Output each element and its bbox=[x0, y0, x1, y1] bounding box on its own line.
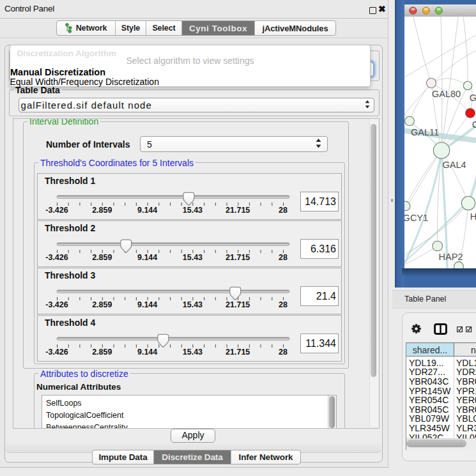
svg-text:GA: GA bbox=[470, 93, 476, 103]
svg-text:21.715: 21.715 bbox=[226, 300, 250, 309]
svg-text:28: 28 bbox=[279, 253, 288, 262]
svg-text:15.43: 15.43 bbox=[183, 206, 203, 215]
svg-text:GCY1: GCY1 bbox=[404, 213, 428, 223]
svg-text:GAL4: GAL4 bbox=[443, 160, 466, 170]
svg-text:-3.426: -3.426 bbox=[45, 300, 68, 309]
svg-text:9.144: 9.144 bbox=[137, 300, 157, 309]
svg-text:15.43: 15.43 bbox=[183, 348, 203, 357]
svg-text:-3.426: -3.426 bbox=[45, 206, 68, 215]
svg-text:H: H bbox=[470, 211, 476, 222]
svg-text:9.144: 9.144 bbox=[137, 206, 157, 215]
svg-text:2.859: 2.859 bbox=[92, 206, 112, 215]
svg-text:28: 28 bbox=[279, 206, 288, 215]
svg-text:C: C bbox=[472, 119, 476, 130]
svg-text:21.715: 21.715 bbox=[226, 253, 250, 262]
svg-text:9.144: 9.144 bbox=[137, 253, 157, 262]
svg-text:28: 28 bbox=[279, 348, 288, 357]
svg-text:15.43: 15.43 bbox=[183, 300, 203, 309]
svg-text:HAP2: HAP2 bbox=[439, 252, 463, 262]
svg-text:21.715: 21.715 bbox=[226, 206, 250, 215]
svg-text:9.144: 9.144 bbox=[137, 348, 157, 357]
svg-text:-3.426: -3.426 bbox=[45, 348, 68, 357]
svg-text:21.715: 21.715 bbox=[226, 348, 250, 357]
svg-text:2.859: 2.859 bbox=[92, 348, 112, 357]
svg-text:GAL11: GAL11 bbox=[411, 127, 439, 137]
svg-text:28: 28 bbox=[279, 300, 288, 309]
svg-text:2.859: 2.859 bbox=[92, 253, 112, 262]
svg-text:15.43: 15.43 bbox=[183, 253, 203, 262]
svg-text:2.859: 2.859 bbox=[92, 300, 112, 309]
svg-text:-3.426: -3.426 bbox=[45, 253, 68, 262]
svg-text:GAL80: GAL80 bbox=[432, 89, 461, 99]
